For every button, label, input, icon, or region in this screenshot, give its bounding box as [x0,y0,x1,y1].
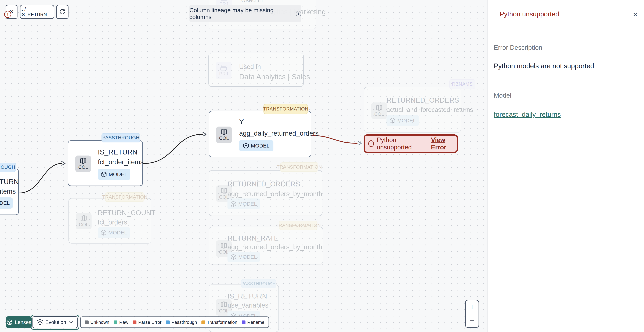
passthrough-badge: PASSTHROUGH [241,279,276,288]
zoom-in-button[interactable]: + [466,301,478,314]
edge-left-to-isreturn [19,163,62,193]
breadcrumb[interactable]: .. / IS_RETURN [20,5,54,19]
refresh-icon [59,8,66,15]
node-title: RETURN_RATE [228,234,279,242]
legend-item: Rename [242,320,264,325]
tile-label: COL [79,222,88,227]
chip-label: MODEL [397,118,416,124]
lenses-label: Lenses [15,320,31,325]
transformation-badge: TRANSFORMATION [264,104,308,114]
legend-label: Parse Error [138,320,162,325]
plus-icon: + [470,303,474,311]
legend-label: Unknown [90,320,109,325]
panel-title: Python unsupported [500,10,559,18]
node-fct-order-items[interactable]: PASSTHROUGH COL IS_RETURN fct_order_item… [68,140,143,186]
node-subtitle: fct_order_items [98,158,144,166]
tile-label: PRJ [219,71,228,77]
lenses-button[interactable]: Lenses [6,316,32,328]
transformation-badge: TRANSFORMATION [279,221,318,230]
banner-text: Column lineage may be missing columns [190,7,293,20]
model-chip: MODEL [386,115,419,126]
legend-swatch-unknown [85,321,88,324]
node-agg-returned-orders-by-month[interactable]: TRANSFORMATION COL RETURNED_ORDERS agg_r… [209,170,322,216]
node-actual-and-forecasted-returns[interactable]: RENAME COL RETURNED_ORDERS actual_and_fo… [364,87,461,132]
close-icon[interactable]: ✕ [632,11,638,18]
node-python-unsupported-error[interactable]: ! Python unsupported View Error [364,134,458,153]
node-return-rate[interactable]: TRANSFORMATION COL RETURN_RATE agg_retur… [208,227,323,265]
lineage-canvas[interactable]: PRJ Used In Data Analytics | Marketing P… [0,0,488,332]
passthrough-badge: PASSTHROUGH [102,133,140,142]
zoom-out-button[interactable]: − [466,314,478,328]
column-icon: COL [371,102,387,119]
cube-icon [101,230,106,236]
model-chip: MODEL [228,198,260,209]
model-link[interactable]: forecast_daily_returns [494,111,561,118]
model-chip: MODEL [98,227,130,238]
edge-isreturn-to-y [143,134,203,164]
legend-swatch-raw [114,321,118,324]
node-agg-daily-returned-orders[interactable]: TRANSFORMATION COL Y agg_daily_returned_… [208,111,311,157]
cube-icon [230,201,236,207]
node-subtitle: fct_orders [98,219,127,226]
node-subtitle: Data Analytics | Sales [239,73,310,81]
node-fct-order-items-offscreen[interactable]: PASSTHROUGH IS_RETURN fct_order_items MO… [0,169,19,215]
error-label: Python unsupported [377,136,423,151]
view-error-link[interactable]: View Error [431,136,457,151]
legend-item: Transformation [202,320,237,325]
chip-label: MODEL [238,254,257,260]
legend-swatch-parse-error [133,321,136,324]
arrowhead-icon [203,132,206,136]
tile-label: COL [219,136,229,141]
column-icon: COL [76,213,92,229]
legend-label: Transformation [207,320,237,325]
tile-label: COL [219,249,229,255]
transformation-badge: TRANSFORMATION [280,162,318,172]
info-icon[interactable]: i [296,11,301,16]
legend-item: Raw [114,320,128,325]
error-description-value: Python models are not supported [494,62,594,70]
cube-icon [390,118,395,124]
legend-label: Raw [119,320,128,325]
node-used-in-sales[interactable]: PRJ Used In Data Analytics | Sales [208,53,304,87]
passthrough-badge: PASSTHROUGH [0,163,16,172]
node-return-count[interactable]: TRANSFORMATION COL RETURN_COUNT fct_orde… [68,198,151,244]
error-details-panel: ! Python unsupported ✕ Error Description… [488,0,644,332]
divider [488,31,644,31]
node-subtitle: fct_order_items [0,188,16,195]
node-subtitle: agg_returned_orders_by_month [228,190,322,198]
refresh-button[interactable] [56,5,68,19]
transformation-badge: TRANSFORMATION [105,192,144,202]
zoom-control: + − [465,300,479,328]
node-subtitle: agg_returned_orders_by_month [228,243,322,251]
model-chip: MODEL [0,197,13,209]
node-title: Y [239,118,244,126]
chip-label: MODEL [108,230,127,236]
tile-label: COL [78,165,88,170]
error-description-label: Error Description [494,44,542,51]
lenses-icon [6,319,13,325]
node-title: IS_RETURN [98,148,138,156]
node-subtitle: actual_and_forecasted_returns [386,106,473,113]
legend-swatch-passthrough [166,321,170,324]
breadcrumb-label: .. / IS_RETURN [20,6,54,17]
cube-icon [230,254,236,260]
minus-icon: − [470,317,474,325]
rename-badge: RENAME [449,79,475,89]
evolution-label: Evolution [45,320,66,325]
chip-label: MODEL [0,200,10,206]
chip-label: MODEL [109,171,127,177]
tile-label: COL [374,111,384,117]
panel-header: ! Python unsupported ✕ [488,0,644,31]
chip-label: MODEL [251,143,270,149]
model-label: Model [494,92,512,99]
column-icon: COL [216,127,232,143]
node-title: IS_RETURN [228,292,267,300]
legend-swatch-rename [242,321,246,324]
node-title: RETURNED_ORDERS [228,180,300,188]
evolution-dropdown[interactable]: Evolution [32,316,78,328]
node-subtitle: use_variables [228,302,268,309]
node-subtitle: agg_daily_returned_orders [239,130,318,137]
legend-item: Passthrough [166,320,197,325]
chevron-down-icon [68,321,73,324]
project-icon: PRJ [216,62,232,79]
